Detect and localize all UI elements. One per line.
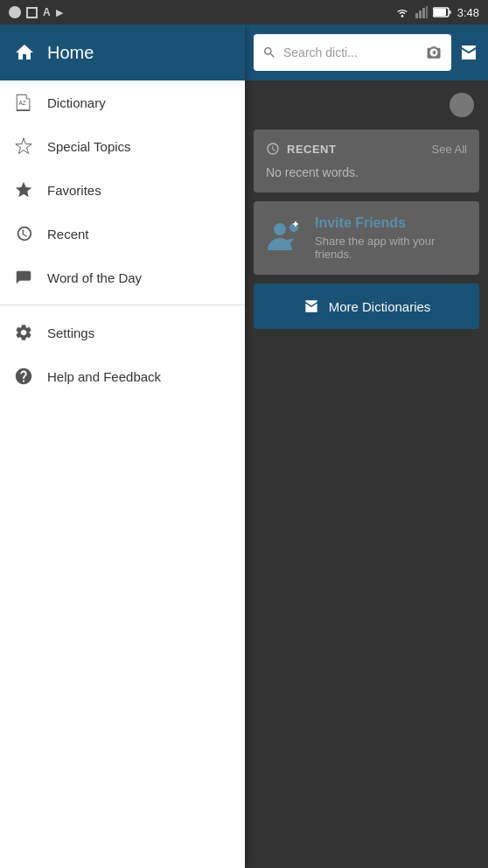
battery-icon xyxy=(433,7,452,18)
see-all-link[interactable]: See All xyxy=(432,143,467,156)
store-icon[interactable] xyxy=(458,42,479,63)
square-icon xyxy=(26,7,38,18)
svg-rect-6 xyxy=(434,9,446,16)
favorites-icon xyxy=(14,180,33,200)
special-topics-icon xyxy=(14,136,33,156)
toggle-row xyxy=(254,89,479,121)
sidebar-item-recent[interactable]: Recent xyxy=(0,212,245,256)
sidebar-item-settings[interactable]: Settings xyxy=(0,311,245,354)
svg-text:AZ: AZ xyxy=(19,100,26,106)
camera-icon xyxy=(425,45,443,60)
svg-rect-2 xyxy=(419,10,422,18)
sidebar-dictionary-label: Dictionary xyxy=(47,95,106,110)
more-dict-icon xyxy=(303,298,320,315)
recent-section-title: RECENT xyxy=(287,143,336,156)
search-placeholder: Search dicti... xyxy=(283,46,418,60)
invite-friends-card[interactable]: Invite Friends Share the app with your f… xyxy=(254,201,479,275)
home-icon xyxy=(14,42,35,63)
sidebar: Home AZ Dictionary Special Topics Favori… xyxy=(0,24,245,868)
wifi-icon xyxy=(394,6,410,18)
more-dict-label: More Dictionaries xyxy=(329,299,431,314)
circle-icon xyxy=(9,6,21,18)
play-icon: ▶ xyxy=(56,7,63,18)
sidebar-item-favorites[interactable]: Favorites xyxy=(0,168,245,212)
main-container: Home AZ Dictionary Special Topics Favori… xyxy=(0,24,488,868)
svg-rect-1 xyxy=(415,13,418,18)
recent-empty-text: No recent words. xyxy=(266,165,359,179)
svg-rect-7 xyxy=(449,10,451,14)
sidebar-help-feedback-label: Help and Feedback xyxy=(47,369,161,384)
sidebar-word-of-day-label: Word of the Day xyxy=(47,270,142,285)
status-bar: A ▶ 3:48 xyxy=(0,0,488,24)
more-dictionaries-button[interactable]: More Dictionaries xyxy=(254,284,479,329)
status-left-icons: A ▶ xyxy=(9,6,63,18)
clock-icon xyxy=(266,142,280,156)
search-icon xyxy=(262,46,276,60)
svg-rect-3 xyxy=(422,8,425,18)
sidebar-favorites-label: Favorites xyxy=(47,183,101,198)
sidebar-item-special-topics[interactable]: Special Topics xyxy=(0,124,245,168)
settings-icon xyxy=(14,323,33,342)
sidebar-home-label: Home xyxy=(47,43,94,63)
svg-rect-4 xyxy=(426,6,428,18)
svg-point-9 xyxy=(274,223,286,235)
toggle-circle[interactable] xyxy=(450,93,474,117)
sidebar-recent-label: Recent xyxy=(47,227,89,242)
invite-friends-icon xyxy=(268,219,303,257)
main-content-area: Search dicti... xyxy=(245,24,488,868)
invite-friends-description: Share the app with your friends. xyxy=(315,234,465,261)
sidebar-settings-label: Settings xyxy=(47,326,94,340)
status-time: 3:48 xyxy=(457,6,479,19)
signal-icon xyxy=(415,6,428,18)
a-icon: A xyxy=(43,6,51,18)
sidebar-item-help-feedback[interactable]: Help and Feedback xyxy=(0,354,245,398)
recent-card: RECENT See All No recent words. xyxy=(254,130,479,192)
top-bar: Search dicti... xyxy=(245,24,488,80)
dictionary-icon: AZ xyxy=(14,93,33,112)
content-area: RECENT See All No recent words. xyxy=(245,80,488,868)
sidebar-item-dictionary[interactable]: AZ Dictionary xyxy=(0,80,245,124)
sidebar-divider xyxy=(0,304,245,305)
status-right-icons: 3:48 xyxy=(394,6,479,19)
word-of-day-icon xyxy=(14,268,33,287)
recent-icon xyxy=(14,224,33,243)
help-icon xyxy=(14,367,33,386)
invite-friends-text-block: Invite Friends Share the app with your f… xyxy=(315,215,465,261)
sidebar-home-header[interactable]: Home xyxy=(0,24,245,80)
search-bar[interactable]: Search dicti... xyxy=(254,34,451,71)
recent-title-row: RECENT xyxy=(266,142,336,156)
sidebar-item-word-of-the-day[interactable]: Word of the Day xyxy=(0,256,245,299)
recent-card-header: RECENT See All xyxy=(266,142,467,156)
sidebar-special-topics-label: Special Topics xyxy=(47,139,131,154)
invite-friends-title: Invite Friends xyxy=(315,215,465,231)
svg-point-0 xyxy=(401,15,403,18)
